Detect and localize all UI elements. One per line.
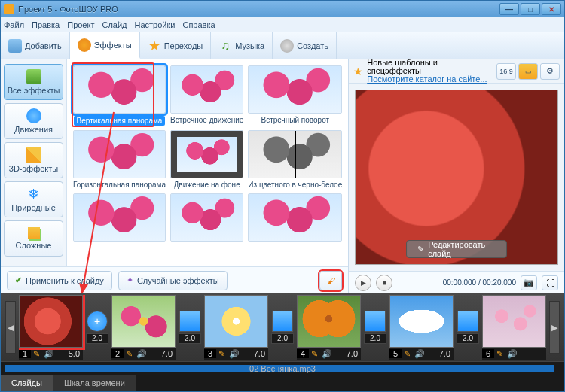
slide-duration: 7.0 (439, 349, 454, 358)
tab-timeline[interactable]: Шкала времени (53, 375, 136, 391)
fullscreen-button[interactable]: ⛶ (542, 275, 558, 290)
slide-edit-icon[interactable]: ✎ (309, 349, 320, 359)
menu-edit[interactable]: Правка (32, 20, 60, 29)
check-icon: ✔ (15, 275, 22, 285)
promo-link[interactable]: Посмотрите каталог на сайте... (367, 75, 493, 84)
timeline-transition[interactable]: 2.0 (364, 311, 386, 344)
cat-3d[interactable]: 3D-эффекты (4, 142, 63, 178)
timeline-slide[interactable]: 1✎🔊5.0 (19, 295, 83, 360)
menu-settings[interactable]: Настройки (135, 20, 176, 29)
slide-sound-icon[interactable]: 🔊 (228, 349, 241, 359)
effect-item[interactable]: Вертикальная панорама (73, 65, 166, 126)
effect-label: Из цветного в черно-белое (248, 181, 342, 189)
star-icon: ★ (353, 65, 363, 77)
disc-icon (280, 39, 294, 53)
brush-button[interactable]: 🖌 (319, 271, 342, 290)
motion-icon (26, 108, 41, 123)
tab-effects[interactable]: Эффекты (70, 32, 140, 59)
slide-sound-icon[interactable]: 🔊 (505, 349, 519, 359)
cat-complex[interactable]: Сложные (4, 220, 63, 257)
preview-viewport: ✎Редактировать слайд (355, 90, 558, 265)
slide-edit-icon[interactable]: ✎ (216, 349, 228, 359)
effect-item[interactable]: Горизонтальная панорама (73, 130, 166, 189)
effect-item[interactable] (170, 193, 243, 244)
effect-item[interactable] (73, 193, 166, 244)
menu-slide[interactable]: Слайд (102, 20, 127, 29)
timeline-slide[interactable]: 2✎🔊7.0 (111, 295, 176, 360)
minimize-button[interactable]: — (499, 3, 519, 15)
slide-number: 1 (19, 349, 31, 358)
play-button[interactable]: ▶ (355, 275, 371, 291)
cat-nature[interactable]: ❄Природные (4, 181, 63, 217)
workarea: Все эффекты Движения 3D-эффекты ❄Природн… (1, 59, 564, 293)
random-effects-button[interactable]: ✦Случайные эффекты (118, 271, 228, 290)
category-column: Все эффекты Движения 3D-эффекты ❄Природн… (1, 59, 67, 266)
promo-line1: Новые шаблоны и спецэффекты (367, 59, 493, 75)
effects-pane: Все эффекты Движения 3D-эффекты ❄Природн… (1, 59, 349, 293)
menu-project[interactable]: Проект (67, 20, 94, 29)
slide-sound-icon[interactable]: 🔊 (135, 349, 148, 359)
effects-grid: Вертикальная панорамаВстречное движениеВ… (67, 59, 348, 266)
bottom-tabs: Слайды Шкала времени (1, 375, 564, 391)
slide-edit-icon[interactable]: ✎ (494, 349, 505, 359)
effect-item[interactable]: Встречный поворот (248, 65, 342, 126)
slide-sound-icon[interactable]: 🔊 (320, 349, 334, 359)
effect-label: Встречное движение (170, 116, 243, 124)
slide-number: 3 (204, 349, 216, 358)
apply-to-slide-button[interactable]: ✔Применить к слайду (7, 271, 112, 290)
slide-edit-icon[interactable]: ✎ (402, 349, 413, 359)
menu-file[interactable]: Файл (4, 20, 24, 29)
timeline-next[interactable]: ▶ (549, 301, 560, 354)
menu-help[interactable]: Справка (182, 20, 215, 29)
settings-button[interactable]: ⚙ (540, 63, 560, 80)
slide-number: 2 (111, 349, 124, 358)
cat-motion[interactable]: Движения (4, 103, 63, 139)
tab-slides[interactable]: Слайды (1, 375, 53, 391)
slide-edit-icon[interactable]: ✎ (124, 349, 135, 359)
tab-music[interactable]: ♫Музыка (211, 32, 273, 59)
slide-duration: 5.0 (69, 349, 83, 358)
gear-icon: ⚙ (546, 66, 554, 76)
timeline-slide[interactable]: 3✎🔊7.0 (204, 295, 268, 360)
effect-item[interactable]: Из цветного в черно-белое (248, 130, 342, 189)
promo-bar: ★ Новые шаблоны и спецэффекты Посмотрите… (349, 59, 564, 84)
effect-label: Вертикальная панорама (74, 116, 166, 126)
main-tabs: Добавить Эффекты ★Переходы ♫Музыка Созда… (1, 32, 564, 59)
slide-number: 4 (297, 349, 309, 358)
effect-item[interactable]: Движение на фоне (170, 130, 243, 189)
slide-edit-icon[interactable]: ✎ (31, 349, 42, 359)
audio-track[interactable]: 02 Веснянка.mp3 (1, 361, 564, 375)
star-icon: ★ (148, 39, 161, 53)
expand-icon: ⛶ (546, 278, 554, 287)
timeline-transition[interactable]: +2.0 (86, 311, 108, 344)
timeline-transition[interactable]: 2.0 (457, 311, 479, 344)
timeline-slide[interactable]: 5✎🔊7.0 (389, 295, 454, 360)
timeline-slide[interactable]: 4✎🔊7.0 (297, 295, 361, 360)
timeline-prev[interactable]: ◀ (5, 301, 16, 354)
window-title: Проект 5 - ФотоШОУ PRO (18, 5, 499, 14)
timeline: ◀ 1✎🔊5.0+2.02✎🔊7.02.03✎🔊7.02.04✎🔊7.02.05… (1, 293, 564, 391)
aspect-button[interactable]: 16:9 (496, 63, 516, 80)
display-button[interactable]: ▭ (518, 63, 538, 80)
timeline-strip: ◀ 1✎🔊5.0+2.02✎🔊7.02.03✎🔊7.02.04✎🔊7.02.05… (1, 293, 564, 361)
stop-button[interactable]: ■ (376, 275, 392, 291)
maximize-button[interactable]: □ (521, 3, 540, 15)
timeline-transition[interactable]: 2.0 (271, 311, 294, 344)
slide-sound-icon[interactable]: 🔊 (42, 349, 56, 359)
timeline-transition[interactable]: 2.0 (179, 311, 201, 344)
time-display: 00:00.000 / 00:20.000 (443, 278, 516, 287)
effect-label: Горизонтальная панорама (73, 181, 166, 189)
edit-slide-button[interactable]: ✎Редактировать слайд (406, 240, 507, 258)
tab-transitions[interactable]: ★Переходы (140, 32, 212, 59)
slide-sound-icon[interactable]: 🔊 (413, 349, 426, 359)
close-button[interactable]: ✕ (542, 3, 561, 15)
app-icon (4, 4, 14, 14)
timeline-slide[interactable]: 6✎🔊 (482, 295, 546, 360)
cat-all-effects[interactable]: Все эффекты (4, 64, 63, 100)
snapshot-button[interactable]: 📷 (521, 275, 537, 290)
effect-item[interactable]: Встречное движение (170, 65, 243, 126)
effect-item[interactable] (248, 193, 342, 244)
tab-add[interactable]: Добавить (1, 32, 70, 59)
tab-create[interactable]: Создать (273, 32, 337, 59)
palette-icon (78, 38, 91, 52)
